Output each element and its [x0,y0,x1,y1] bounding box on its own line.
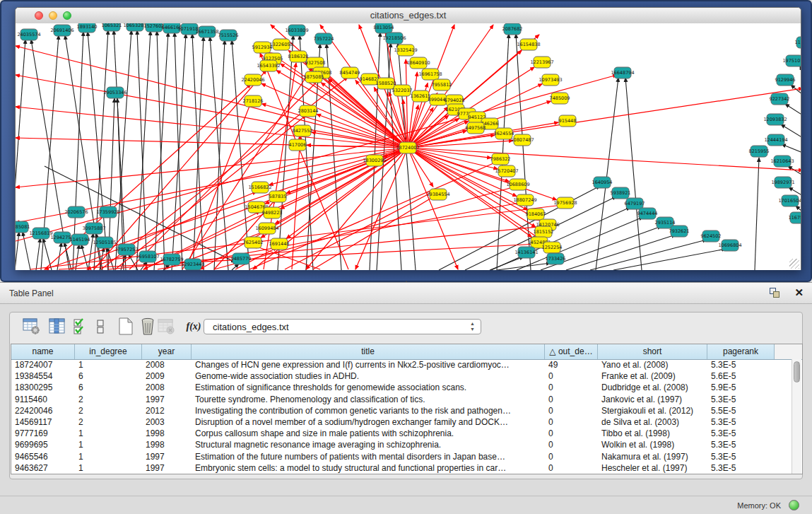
black-edge[interactable] [796,206,801,212]
black-edge[interactable] [596,78,618,270]
table-row[interactable]: 946362711997Embryonic stem cells: a mode… [11,462,775,474]
red-edge[interactable] [285,192,433,269]
graph-node[interactable]: 16958107 [136,251,159,262]
graph-node[interactable]: 1167533 [789,212,801,223]
black-edge[interactable] [115,30,131,270]
column-header-year[interactable]: year [142,344,192,359]
float-panel-icon[interactable] [770,288,781,299]
red-edge[interactable] [408,148,498,169]
table-row[interactable]: 1830029562008Estimation of significance … [11,382,775,393]
black-edge[interactable] [490,257,524,270]
graph-node[interactable]: 18807249 [513,194,536,206]
window-titlebar[interactable]: citations_edges.txt [16,8,801,24]
graph-node[interactable]: 12505185 [93,237,116,248]
graph-node[interactable]: 5938921 [611,187,631,199]
graph-node[interactable]: 15166822 [248,182,271,193]
graph-node[interactable]: 9498223 [262,207,283,218]
graph-node[interactable]: 1893140 [77,23,98,33]
table-row[interactable]: 1872400712008Changes of HCN gene express… [11,359,775,370]
graph-node[interactable]: 16154838 [517,39,540,50]
citation-network-graph[interactable]: 1872400759129341322605891275051654339281… [16,23,801,270]
black-edge[interactable] [590,240,707,270]
black-edge[interactable] [154,33,168,270]
graph-node[interactable]: 19751074 [782,55,801,66]
close-panel-icon[interactable]: ✕ [794,286,804,299]
graph-node[interactable]: 8427552 [293,125,313,136]
graph-node[interactable]: 19384554 [426,189,449,200]
graph-node[interactable]: 17359928 [96,206,119,218]
black-edge[interactable] [16,232,19,270]
graph-node[interactable]: 10696804 [718,240,741,251]
table-mode-button[interactable] [22,317,42,337]
red-edge[interactable] [313,195,436,269]
graph-node[interactable]: 17957253 [114,244,138,255]
graph-node[interactable]: 30975887 [82,223,105,234]
graph-node[interactable]: 2718126 [243,95,264,107]
graph-node[interactable]: 7625402 [243,237,264,248]
graph-node[interactable]: 7955812 [432,79,452,90]
graph-node[interactable]: 18300295 [363,155,386,166]
graph-node[interactable]: 5322037 [392,85,413,96]
table-row[interactable]: 911546021997Tourette syndrome. Phenomeno… [11,394,775,405]
graph-node[interactable]: 1065321 [102,23,122,31]
show-column-button[interactable] [48,317,68,337]
graph-node[interactable]: 9184067 [526,209,546,220]
graph-node[interactable]: 10688609 [506,179,529,190]
graph-node[interactable]: 10973493 [539,74,562,86]
graph-node[interactable]: 12213967 [530,57,553,68]
graph-node[interactable]: 20206576 [64,206,88,218]
select-all-rows-button[interactable] [73,317,86,337]
red-edge[interactable] [408,141,513,148]
graph-node[interactable]: 8454749 [340,67,360,78]
graph-node[interactable]: 1640954 [592,177,613,188]
graph-node[interactable]: 13226058 [269,39,293,50]
table-row[interactable]: 969969511998Structural magnetic resonanc… [11,439,775,450]
graph-node[interactable]: 19892971 [771,177,794,188]
column-header-in_degree[interactable]: in_degree [75,344,142,359]
column-header-name[interactable]: name [11,344,75,359]
black-edge[interactable] [16,40,25,270]
graph-node[interactable]: 9474444 [637,208,658,219]
graph-node[interactable]: 13325419 [394,45,417,56]
network-canvas[interactable]: 1872400759129341322605891275051654339281… [16,23,801,270]
column-header-out_de[interactable]: △ out_de… [545,344,598,359]
black-edge[interactable] [81,245,88,270]
red-edge[interactable] [16,75,408,148]
graph-node[interactable]: 1145194 [70,234,90,245]
red-edge[interactable] [281,148,408,209]
table-row[interactable]: 1456911722003Disruption of a novel membe… [11,416,775,428]
graph-node[interactable]: 7986322 [490,153,511,165]
graph-node[interactable]: 19756928 [553,197,577,209]
create-column-button[interactable] [116,317,136,337]
red-edge[interactable] [306,148,408,269]
graph-node[interactable]: 22420046 [241,74,264,86]
table-row[interactable]: 2242004622012Investigating the contribut… [11,405,775,416]
graph-node[interactable]: 10807487 [510,134,534,146]
deselect-all-rows-button[interactable] [95,317,106,337]
graph-node[interactable]: 587835 [269,191,287,202]
network-table-selector[interactable]: citations_edges.txt ▲▼ [204,319,481,334]
graph-node[interactable]: 16782759 [160,254,183,265]
black-edge[interactable] [36,238,40,270]
black-edge[interactable] [785,104,801,115]
graph-node[interactable]: 8215955 [749,146,770,157]
graph-node[interactable]: 12156819 [29,228,52,239]
graph-node[interactable]: 29053346 [103,87,126,98]
graph-node[interactable]: 17016504 [778,195,801,206]
graph-node[interactable]: 15720407 [495,165,518,177]
graph-node[interactable]: 915448 [559,115,577,127]
graph-node[interactable]: 1113054 [795,37,801,48]
graph-node[interactable]: 6497568 [466,122,486,134]
graph-node[interactable]: 5875085 [304,71,324,83]
graph-node[interactable]: 7932621 [669,226,690,237]
graph-node[interactable]: 16099484 [255,223,278,234]
black-edge[interactable] [789,187,801,196]
function-builder-button[interactable]: f(x) [184,317,204,337]
graph-node[interactable]: 7357224 [314,33,334,45]
graph-node[interactable]: 16033809 [285,25,308,36]
graph-node[interactable]: 8813054 [374,23,394,33]
graph-node[interactable]: 14136141 [514,247,538,258]
graph-node[interactable]: 7515526 [218,30,239,41]
table-row[interactable]: 977716911998Corpus callosum shape and si… [11,428,775,439]
black-edge[interactable] [782,144,801,153]
